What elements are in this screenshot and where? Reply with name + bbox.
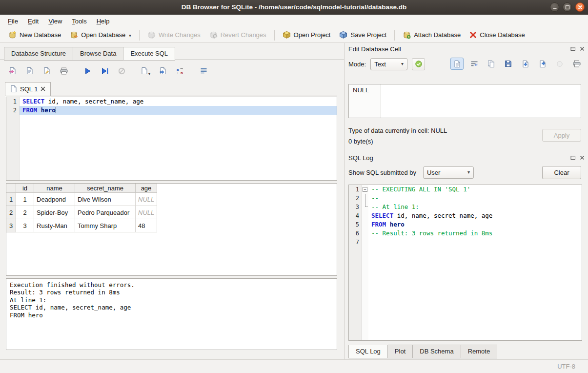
cell-id[interactable]: 1 [16,193,34,206]
open-sql-file-button[interactable] [6,64,19,77]
format-button[interactable] [197,64,210,77]
text-view-button[interactable] [450,58,464,70]
copy-cell-button[interactable] [485,58,498,70]
column-header-age[interactable]: age [136,184,157,193]
cell-age[interactable]: 48 [136,219,157,232]
title-bar[interactable]: DB Browser for SQLite - /home/user/code/… [0,0,588,15]
cell-name[interactable]: Rusty-Man [34,219,75,232]
row-number[interactable]: 1 [6,193,16,206]
mode-select[interactable]: Text ▾ [370,58,407,70]
minimize-button[interactable] [550,2,559,12]
close-panel-icon[interactable] [579,45,585,52]
line-number: 7 [349,238,362,247]
execute-all-button[interactable] [81,64,94,77]
maximize-button[interactable] [563,2,572,12]
menu-help[interactable]: Help [92,16,115,27]
cell-secret-name[interactable]: Pedro Parqueador [75,206,136,219]
close-panel-icon[interactable] [579,154,585,161]
tab-browse-data[interactable]: Browse Data [73,47,123,61]
save-cell-button[interactable] [502,58,515,70]
menu-edit[interactable]: Edit [23,16,43,27]
attach-database-button[interactable]: Attach Database [398,29,465,41]
new-database-button[interactable]: New Database [4,29,65,41]
set-null-icon [556,61,563,67]
dock-tab-db-schema[interactable]: DB Schema [412,345,461,358]
print-sql-button[interactable] [57,64,70,77]
stop-icon [118,67,125,75]
cell-secret-name[interactable]: Tommy Sharp [75,219,136,232]
float-icon[interactable] [570,45,576,52]
import-cell-button[interactable] [519,58,532,70]
close-database-button[interactable]: Close Database [465,29,529,41]
export-cell-button[interactable] [536,58,549,70]
message-area[interactable]: Execution finished without errors.Result… [6,278,337,350]
log-filter-select[interactable]: User ▾ [423,166,474,179]
cell-age[interactable]: NULL [136,193,157,206]
svg-text:a: a [177,67,179,72]
print-cell-button[interactable] [570,58,583,70]
open-database-button[interactable]: Open Database▾ [65,29,136,41]
save-cell-icon [505,60,512,67]
write-changes-button[interactable]: Write Changes [143,29,205,41]
tab-sql-1[interactable]: SQL 1 [5,82,51,96]
cell-secret-name[interactable]: Dive Wilson [75,193,136,206]
auto-switch-mode-button[interactable] [412,58,425,70]
menu-view[interactable]: View [43,16,67,27]
close-database-icon [469,31,477,39]
open-project-button[interactable]: Open Project [278,29,335,41]
save-project-button[interactable]: Save Project [335,29,391,41]
menu-file[interactable]: File [3,16,23,27]
close-button[interactable] [575,2,585,12]
message-line: Result: 3 rows returned in 8ms [10,289,333,296]
revert-changes-button[interactable]: Revert Changes [205,29,271,41]
table-row: 11DeadpondDive WilsonNULL [6,193,337,206]
clear-button[interactable]: Clear [542,166,581,179]
code-line: -- [368,194,582,203]
sql-editor-lines: SELECT id, name, secret_name, ageFROM he… [20,97,337,180]
menu-tools[interactable]: Tools [67,16,91,27]
cell-name[interactable]: Deadpond [34,193,75,206]
save-sql-file-button[interactable] [23,64,36,77]
word-wrap-button[interactable] [467,58,481,70]
cell-id[interactable]: 2 [16,206,34,219]
mode-value: Text [374,61,386,68]
cell-editor[interactable]: NULL [348,84,581,118]
cell-age[interactable]: NULL [136,206,157,219]
cell-id[interactable]: 3 [16,219,34,232]
column-header-name[interactable]: name [34,184,75,193]
fold-margin [362,211,368,220]
row-number[interactable]: 3 [6,219,16,232]
execute-line-button[interactable] [98,64,111,77]
chevron-down-icon: ▾ [467,169,470,176]
tab-execute-sql[interactable]: Execute SQL [123,47,175,61]
open-tab-button[interactable] [156,64,169,77]
float-icon[interactable] [570,154,576,161]
new-tab-button[interactable]: ▾ [139,64,152,77]
left-panel: Database StructureBrowse DataExecute SQL… [0,43,344,359]
cell-name[interactable]: Spider-Boy [34,206,75,219]
open-project-icon [283,31,291,39]
sql-editor[interactable]: 12 SELECT id, name, secret_name, ageFROM… [6,97,337,181]
dock-tab-sql-log[interactable]: SQL Log [348,345,388,358]
fold-collapse-icon[interactable]: − [363,187,367,192]
save-sql-as-icon [43,67,50,75]
find-replace-button[interactable]: ab [173,64,186,77]
text-view-icon [454,60,461,68]
stop-button[interactable] [115,64,128,77]
sql-log-view[interactable]: 1234567 − -- EXECUTING ALL IN 'SQL 1'---… [348,185,582,341]
row-number[interactable]: 2 [6,206,16,219]
apply-button[interactable]: Apply [542,129,581,142]
menu-bar: FileEditViewToolsHelp [0,15,588,27]
tab-database-structure[interactable]: Database Structure [4,47,73,61]
set-null-button[interactable] [553,58,566,70]
dock-tab-remote[interactable]: Remote [461,345,498,358]
sql-toolbar: ▾ab [6,63,210,78]
sql-tab-label: SQL 1 [20,85,38,93]
dock-tab-plot[interactable]: Plot [387,345,413,358]
save-sql-as-button[interactable] [40,64,53,77]
close-tab-icon[interactable] [41,86,45,91]
column-header-id[interactable]: id [16,184,34,193]
import-cell-icon [522,60,529,68]
column-header-secret-name[interactable]: secret_name [75,184,136,193]
toolbar-separator [394,30,395,41]
